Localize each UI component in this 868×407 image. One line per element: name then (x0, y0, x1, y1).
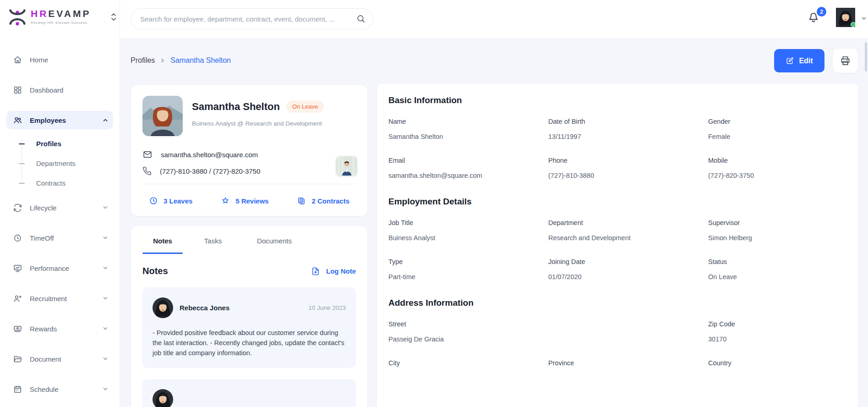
sidebar-item-dashboard[interactable]: Dashboard (6, 81, 113, 99)
address-information-section: Address Information Street Passeig De Gr… (388, 298, 847, 374)
main-content: Profiles Samantha Shelton Edit Samantha … (120, 39, 868, 407)
section-title: Employment Details (388, 197, 847, 207)
leaves-stat-label: 3 Leaves (164, 197, 192, 205)
search-bar (131, 8, 373, 29)
print-button[interactable] (833, 49, 858, 73)
log-note-label: Log Note (326, 267, 356, 275)
tab-notes[interactable]: Notes (142, 237, 183, 254)
field-spacer (548, 320, 708, 343)
field-job-title: Job Title Buiness Analyst (388, 219, 548, 242)
divider (142, 184, 356, 184)
note-date: 10 June 2023 (308, 304, 346, 311)
field-country: Country (708, 359, 868, 374)
sidebar-item-contracts[interactable]: Contracts (0, 173, 120, 193)
contracts-stat-link[interactable]: 2 Contracts (297, 196, 349, 205)
dashboard-icon (13, 85, 22, 95)
sidebar-item-timeoff[interactable]: TimeOff (6, 229, 113, 247)
profile-name: Samantha Shelton (192, 101, 280, 113)
sidebar-item-profiles[interactable]: Profiles (0, 134, 120, 154)
log-note-button[interactable]: Log Note (311, 266, 356, 276)
profile-stats: 3 Leaves 5 Reviews 2 Contracts (142, 193, 356, 208)
sidebar-item-home[interactable]: Home (6, 50, 113, 69)
profile-secondary-photo[interactable] (336, 156, 357, 176)
profile-header: Samantha Shelton On Leave Buiness Analys… (142, 96, 356, 136)
sidebar-item-label: Employees (30, 116, 66, 124)
sidebar-item-label: TimeOff (30, 234, 54, 242)
sidebar-item-label: Contracts (36, 179, 66, 187)
sidebar-item-rewards[interactable]: Rewards (6, 319, 113, 338)
sidebar-item-performance[interactable]: Performance (6, 259, 113, 277)
sidebar-item-recruitment[interactable]: Recruitment (6, 289, 113, 308)
chevron-down-icon[interactable] (861, 15, 867, 22)
edit-button[interactable]: Edit (774, 49, 824, 72)
performance-icon (13, 264, 22, 273)
employees-icon (13, 116, 22, 125)
phone-icon (142, 166, 152, 176)
field-zip-code: Zip Code 30170 (708, 320, 868, 343)
sidebar: HREVAMP Revamp HR, Elevate Success Home … (0, 0, 120, 407)
employees-submenu: Profiles Departments Contracts (0, 134, 120, 193)
sidebar-collapse-icon[interactable] (110, 11, 117, 22)
notifications-button[interactable]: 2 (807, 10, 822, 28)
tab-bar: Notes Tasks Documents (142, 237, 356, 254)
breadcrumb-profiles-link[interactable]: Profiles (131, 56, 155, 65)
field-mobile: Mobile (727)-820-3750 (708, 157, 868, 179)
profile-contact: samantha.shelton@square.com (727)-810-38… (142, 148, 356, 177)
scrollbar[interactable] (865, 42, 867, 72)
folder-icon (13, 354, 22, 364)
chevron-down-icon (102, 325, 109, 332)
contracts-icon (297, 196, 306, 205)
breadcrumb-current[interactable]: Samantha Shelton (170, 56, 231, 65)
sidebar-item-label: Lifecycle (30, 204, 56, 212)
tab-documents[interactable]: Documents (249, 237, 300, 254)
search-input[interactable] (131, 8, 373, 29)
field-province: Province (548, 359, 708, 374)
profile-header-text: Samantha Shelton On Leave Buiness Analys… (192, 96, 324, 136)
profile-subtitle: Buiness Analyst @ Research and Developme… (192, 120, 324, 127)
tab-tasks[interactable]: Tasks (193, 237, 233, 254)
field-type: Type Part-time (388, 258, 548, 280)
sidebar-item-label: Departments (36, 160, 76, 167)
note-item: Rebecca Jones 10 June 2023 - Provided po… (142, 287, 356, 368)
profile-phones: (727)-810-3880 / (727)-820-3750 (160, 167, 260, 175)
submenu-dash-icon (19, 163, 25, 164)
sidebar-item-lifecycle[interactable]: Lifecycle (6, 198, 113, 217)
user-menu-button[interactable] (836, 8, 855, 27)
printer-icon (840, 55, 851, 66)
file-plus-icon (311, 266, 321, 276)
topbar: 2 (120, 0, 868, 39)
employment-details-section: Employment Details Job Title Buiness Ana… (388, 197, 847, 280)
basic-information-section: Basic Information Name Samantha Shelton … (388, 95, 847, 179)
banknote-icon (13, 324, 22, 334)
brand-name-secondary: EVAMP (48, 8, 91, 19)
reviews-stat-link[interactable]: 5 Reviews (221, 196, 269, 205)
sidebar-item-label: Rewards (30, 325, 57, 333)
employee-details-card: Basic Information Name Samantha Shelton … (377, 83, 859, 407)
sidebar-item-label: Home (30, 56, 48, 64)
sidebar-item-document[interactable]: Document (6, 350, 113, 368)
edit-button-label: Edit (799, 57, 813, 65)
field-gender: Gender Female (708, 118, 868, 140)
chevron-down-icon (102, 386, 109, 392)
field-status: Status On Leave (708, 258, 868, 280)
notification-badge: 2 (817, 7, 826, 16)
brand-name: HREVAMP (31, 8, 91, 19)
chevron-down-icon (102, 265, 109, 271)
field-city: City (388, 359, 548, 374)
sidebar-item-schedule[interactable]: Schedule (6, 380, 113, 398)
sidebar-item-label: Performance (30, 264, 69, 272)
sidebar-item-employees[interactable]: Employees (6, 111, 113, 129)
note-item (142, 379, 356, 407)
pencil-icon (786, 56, 794, 65)
chevron-down-icon (102, 204, 109, 211)
note-author-avatar (153, 297, 173, 318)
sidebar-nav: Home Dashboard Employees Profiles Depart… (0, 50, 120, 407)
lifecycle-icon (13, 203, 22, 213)
field-email: Email samantha.shelton@square.com (388, 157, 548, 179)
search-icon[interactable] (356, 14, 366, 24)
leaves-stat-link[interactable]: 3 Leaves (149, 196, 192, 205)
notes-section-title: Notes (142, 266, 168, 276)
field-department: Department Research and Development (548, 219, 708, 242)
sidebar-item-departments[interactable]: Departments (0, 154, 120, 173)
note-text: - Provided positive feedback about our c… (153, 328, 346, 358)
